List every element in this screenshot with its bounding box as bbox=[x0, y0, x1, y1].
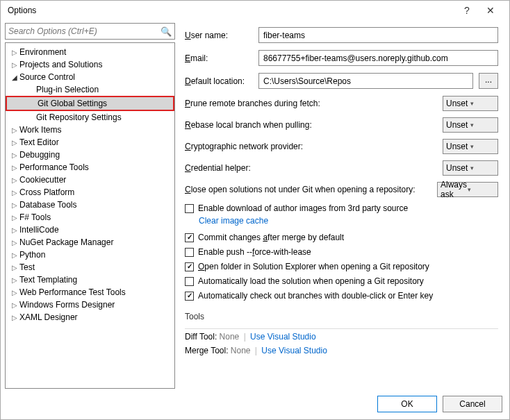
setting-row: Close open solutions not under Git when … bbox=[185, 182, 498, 197]
lbl-download-authors: Enable download of author images from 3r… bbox=[198, 203, 408, 213]
setting-row: Prune remote branches during fetch:Unset… bbox=[185, 96, 498, 111]
chk-download-authors[interactable] bbox=[185, 204, 194, 213]
chevron-right-icon[interactable]: ▷ bbox=[10, 251, 19, 259]
window-title: Options bbox=[8, 6, 455, 15]
chevron-right-icon[interactable]: ▷ bbox=[10, 201, 19, 209]
tree-item-python[interactable]: ▷Python bbox=[6, 249, 174, 261]
settings-panel: User name: Email: Default location: ... … bbox=[181, 23, 505, 389]
tree-item-text-templating[interactable]: ▷Text Templating bbox=[6, 274, 174, 286]
tree-item-projects-and-solutions[interactable]: ▷Projects and Solutions bbox=[6, 58, 174, 71]
tree-item-f-tools[interactable]: ▷F# Tools bbox=[6, 211, 174, 224]
diff-use-vs-link[interactable]: Use Visual Studio bbox=[250, 332, 316, 342]
tools-section-title: Tools bbox=[185, 312, 498, 321]
chevron-right-icon[interactable]: ▷ bbox=[10, 139, 19, 146]
help-icon[interactable]: ? bbox=[455, 5, 479, 16]
tree-item-label: Git Global Settings bbox=[38, 99, 107, 108]
chevron-right-icon[interactable]: ▷ bbox=[10, 176, 19, 184]
tree-item-performance-tools[interactable]: ▷Performance Tools bbox=[6, 161, 174, 174]
chk-commit-after-merge[interactable] bbox=[185, 233, 194, 242]
ok-button[interactable]: OK bbox=[377, 396, 437, 412]
tree-item-debugging[interactable]: ▷Debugging bbox=[6, 149, 174, 161]
tree-item-label: XAML Designer bbox=[19, 312, 78, 322]
search-input[interactable] bbox=[8, 26, 161, 36]
lbl-open-folder: Open folder in Solution Explorer when op… bbox=[198, 262, 429, 271]
tree-item-cookiecutter[interactable]: ▷Cookiecutter bbox=[6, 174, 174, 186]
setting-label: Credential helper: bbox=[185, 163, 443, 173]
chevron-down-icon: ▾ bbox=[468, 186, 495, 193]
setting-label: Close open solutions not under Git when … bbox=[185, 185, 437, 194]
tree-item-label: Text Templating bbox=[19, 275, 77, 285]
tree-item-web-performance-test-tools[interactable]: ▷Web Performance Test Tools bbox=[6, 286, 174, 299]
tree-item-work-items[interactable]: ▷Work Items bbox=[6, 124, 174, 136]
tree-item-environment[interactable]: ▷Environment bbox=[6, 46, 174, 58]
chk-auto-load[interactable] bbox=[185, 277, 194, 286]
chk-force-lease[interactable] bbox=[185, 248, 194, 257]
chevron-right-icon[interactable]: ▷ bbox=[10, 164, 19, 171]
tree-item-label: Debugging bbox=[19, 150, 60, 160]
clear-image-cache-link[interactable]: Clear image cache bbox=[199, 216, 498, 226]
tree-item-label: Source Control bbox=[19, 72, 75, 82]
tree-item-cross-platform[interactable]: ▷Cross Platform bbox=[6, 186, 174, 199]
tree-item-intellicode[interactable]: ▷IntelliCode bbox=[6, 224, 174, 236]
setting-combo[interactable]: Unset▾ bbox=[443, 139, 498, 154]
username-input[interactable] bbox=[258, 27, 498, 43]
tree-item-test[interactable]: ▷Test bbox=[6, 261, 174, 274]
search-box[interactable]: 🔍 bbox=[5, 23, 175, 40]
combo-value: Unset bbox=[446, 163, 470, 173]
search-icon[interactable]: 🔍 bbox=[161, 26, 172, 37]
chevron-down-icon: ▾ bbox=[470, 143, 495, 150]
setting-combo[interactable]: Unset▾ bbox=[443, 96, 498, 111]
tree-item-text-editor[interactable]: ▷Text Editor bbox=[6, 136, 174, 149]
username-label: User name: bbox=[185, 31, 253, 40]
chevron-right-icon[interactable]: ▷ bbox=[10, 264, 19, 271]
chevron-down-icon[interactable]: ◢ bbox=[10, 74, 19, 81]
lbl-auto-checkout: Automatically check out branches with do… bbox=[198, 291, 433, 301]
chk-open-folder[interactable] bbox=[185, 262, 194, 271]
tree-item-git-repository-settings[interactable]: Git Repository Settings bbox=[6, 111, 174, 124]
email-input[interactable] bbox=[258, 50, 498, 66]
tree-item-plug-in-selection[interactable]: Plug-in Selection bbox=[6, 83, 174, 96]
tree-item-windows-forms-designer[interactable]: ▷Windows Forms Designer bbox=[6, 299, 174, 311]
cancel-button[interactable]: Cancel bbox=[443, 396, 502, 412]
setting-label: Rebase local branch when pulling: bbox=[185, 120, 443, 130]
chevron-right-icon[interactable]: ▷ bbox=[10, 301, 19, 309]
location-label: Default location: bbox=[185, 76, 253, 86]
setting-label: Prune remote branches during fetch: bbox=[185, 99, 443, 108]
chevron-right-icon[interactable]: ▷ bbox=[10, 61, 19, 69]
chevron-right-icon[interactable]: ▷ bbox=[10, 276, 19, 284]
combo-value: Unset bbox=[446, 99, 470, 108]
tree-item-source-control[interactable]: ◢Source Control bbox=[6, 71, 174, 83]
diff-tool-row: Diff Tool: None | Use Visual Studio bbox=[185, 332, 498, 342]
setting-combo[interactable]: Unset▾ bbox=[443, 117, 498, 133]
chevron-right-icon[interactable]: ▷ bbox=[10, 189, 19, 196]
chevron-right-icon[interactable]: ▷ bbox=[10, 214, 19, 221]
tree-item-git-global-settings[interactable]: Git Global Settings bbox=[7, 97, 173, 110]
chevron-right-icon[interactable]: ▷ bbox=[10, 49, 19, 56]
tree-item-xaml-designer[interactable]: ▷XAML Designer bbox=[6, 311, 174, 324]
setting-row: Rebase local branch when pulling:Unset▾ bbox=[185, 117, 498, 133]
merge-use-vs-link[interactable]: Use Visual Studio bbox=[261, 346, 327, 355]
chevron-right-icon[interactable]: ▷ bbox=[10, 226, 19, 234]
browse-button[interactable]: ... bbox=[479, 73, 498, 89]
combo-value: Always ask bbox=[441, 180, 468, 199]
options-tree[interactable]: ▷Environment▷Projects and Solutions◢Sour… bbox=[5, 42, 175, 389]
chk-auto-checkout[interactable] bbox=[185, 292, 194, 301]
location-input[interactable] bbox=[258, 73, 473, 89]
chevron-right-icon[interactable]: ▷ bbox=[10, 126, 19, 134]
tree-item-nuget-package-manager[interactable]: ▷NuGet Package Manager bbox=[6, 236, 174, 249]
setting-label: Cryptographic network provider: bbox=[185, 142, 443, 151]
close-icon[interactable]: ✕ bbox=[479, 5, 502, 16]
email-label: Email: bbox=[185, 53, 253, 63]
setting-combo[interactable]: Unset▾ bbox=[443, 160, 498, 176]
tree-item-database-tools[interactable]: ▷Database Tools bbox=[6, 199, 174, 211]
chevron-right-icon[interactable]: ▷ bbox=[10, 314, 19, 321]
lbl-force-lease: Enable push --force-with-lease bbox=[198, 247, 311, 257]
setting-combo[interactable]: Always ask▾ bbox=[437, 182, 498, 197]
chevron-right-icon[interactable]: ▷ bbox=[10, 239, 19, 246]
setting-row: Credential helper:Unset▾ bbox=[185, 160, 498, 176]
chevron-right-icon[interactable]: ▷ bbox=[10, 151, 19, 159]
tree-item-label: Performance Tools bbox=[19, 162, 89, 172]
chevron-right-icon[interactable]: ▷ bbox=[10, 289, 19, 296]
chevron-down-icon: ▾ bbox=[470, 121, 495, 128]
divider bbox=[185, 328, 498, 329]
